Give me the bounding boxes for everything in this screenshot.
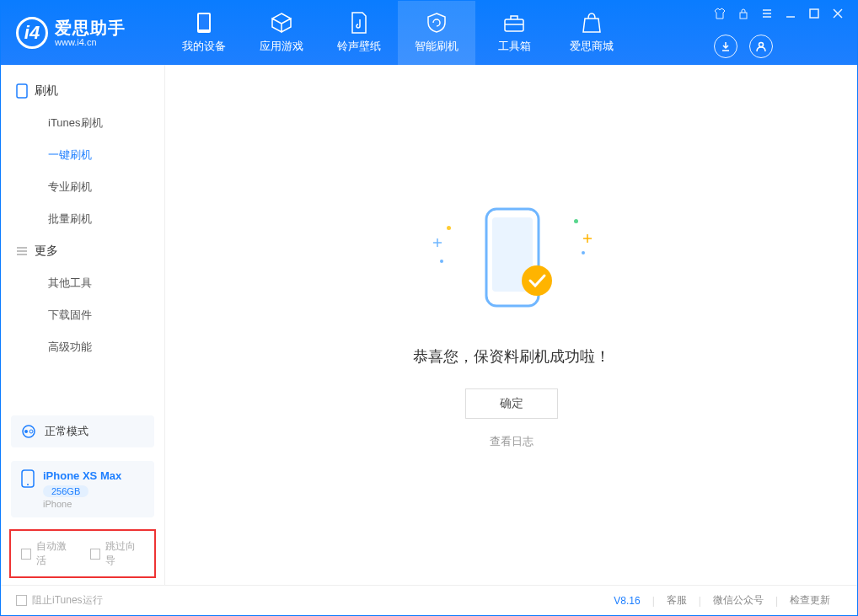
nav-toolbox[interactable]: 工具箱 [475, 1, 553, 65]
svg-rect-4 [740, 13, 747, 19]
device-small-icon [21, 469, 35, 488]
mode-card[interactable]: 正常模式 [11, 415, 154, 447]
checkbox-auto-activate[interactable]: 自动激活 [21, 539, 75, 568]
sidebar-item-pro-flash[interactable]: 专业刷机 [1, 171, 164, 203]
titlebar: i4 爱思助手 www.i4.cn 我的设备 应用游戏 铃声壁纸 智能刷机 [1, 1, 857, 65]
sidebar: 刷机 iTunes刷机 一键刷机 专业刷机 批量刷机 更多 其他工具 下载固件 … [1, 65, 165, 585]
success-message: 恭喜您，保资料刷机成功啦！ [413, 346, 610, 367]
view-log-link[interactable]: 查看日志 [490, 434, 534, 449]
highlighted-options: 自动激活 跳过向导 [9, 529, 156, 578]
close-icon[interactable] [832, 8, 844, 19]
success-illustration [457, 201, 566, 321]
titlebar-right [714, 1, 857, 65]
list-icon [16, 245, 28, 257]
nav-ringtone-wallpaper[interactable]: 铃声壁纸 [320, 1, 398, 65]
svg-rect-1 [199, 14, 209, 29]
menu-icon[interactable] [761, 8, 773, 19]
footer-link-support[interactable]: 客服 [655, 593, 699, 608]
body: 刷机 iTunes刷机 一键刷机 专业刷机 批量刷机 更多 其他工具 下载固件 … [1, 65, 857, 585]
footer-link-wechat[interactable]: 微信公众号 [701, 593, 775, 608]
sidebar-item-download-firmware[interactable]: 下载固件 [1, 299, 164, 331]
cube-icon [271, 12, 292, 34]
sidebar-item-other-tools[interactable]: 其他工具 [1, 267, 164, 299]
sparkle-icon [574, 219, 578, 223]
device-type: iPhone [43, 499, 121, 509]
app-title: 爱思助手 [55, 19, 126, 37]
logo-icon: i4 [16, 17, 48, 49]
logo-area: i4 爱思助手 www.i4.cn [1, 17, 165, 49]
footer-link-update[interactable]: 检查更新 [778, 593, 842, 608]
sparkle-icon [440, 260, 443, 263]
app-subtitle: www.i4.cn [55, 37, 126, 47]
nav-smart-flash[interactable]: 智能刷机 [398, 1, 475, 65]
download-button[interactable] [714, 35, 737, 58]
version-label: V8.16 [614, 595, 640, 607]
nav-apps-games[interactable]: 应用游戏 [243, 1, 320, 65]
sidebar-item-oneclick-flash[interactable]: 一键刷机 [1, 139, 164, 171]
bag-icon [581, 12, 603, 34]
checkbox-skip-guide[interactable]: 跳过向导 [90, 539, 144, 568]
checkbox-icon [16, 595, 27, 606]
svg-rect-13 [17, 84, 27, 98]
sparkle-icon [447, 226, 451, 230]
mode-icon [21, 424, 36, 439]
sidebar-group-flash[interactable]: 刷机 [1, 75, 164, 107]
mode-label: 正常模式 [45, 424, 88, 439]
toolbox-icon [503, 12, 525, 34]
svg-point-24 [522, 265, 552, 296]
svg-rect-2 [505, 19, 523, 31]
sidebar-item-batch-flash[interactable]: 批量刷机 [1, 203, 164, 235]
maximize-icon[interactable] [808, 8, 820, 19]
svg-point-18 [24, 430, 28, 433]
sidebar-group-more[interactable]: 更多 [1, 235, 164, 267]
svg-point-12 [759, 43, 764, 47]
app-window: i4 爱思助手 www.i4.cn 我的设备 应用游戏 铃声壁纸 智能刷机 [0, 0, 858, 616]
shirt-icon[interactable] [714, 8, 726, 19]
checkbox-icon [90, 549, 100, 560]
checkbox-block-itunes[interactable]: 阻止iTunes运行 [16, 593, 103, 608]
user-button[interactable] [749, 35, 773, 58]
refresh-shield-icon [426, 12, 448, 34]
music-file-icon [348, 12, 370, 34]
top-nav: 我的设备 应用游戏 铃声壁纸 智能刷机 工具箱 爱思商城 [165, 1, 714, 65]
svg-point-21 [27, 484, 29, 485]
nav-store[interactable]: 爱思商城 [553, 1, 630, 65]
device-name: iPhone XS Max [43, 469, 121, 482]
ok-button[interactable]: 确定 [465, 388, 558, 419]
device-icon [16, 83, 28, 99]
checkbox-icon [21, 549, 31, 560]
sidebar-item-advanced[interactable]: 高级功能 [1, 331, 164, 363]
device-capacity: 256GB [43, 485, 88, 497]
svg-point-19 [29, 430, 33, 433]
sparkle-icon [433, 238, 442, 247]
footer: 阻止iTunes运行 V8.16 | 客服 | 微信公众号 | 检查更新 [1, 585, 857, 615]
svg-rect-9 [810, 9, 818, 18]
phone-icon [193, 12, 215, 34]
main-content: 恭喜您，保资料刷机成功啦！ 确定 查看日志 [165, 65, 857, 585]
lock-icon[interactable] [737, 8, 749, 19]
sparkle-icon [583, 234, 592, 243]
sidebar-item-itunes-flash[interactable]: iTunes刷机 [1, 107, 164, 139]
minimize-icon[interactable] [785, 8, 796, 19]
sparkle-icon [582, 251, 585, 254]
nav-my-device[interactable]: 我的设备 [165, 1, 243, 65]
device-card[interactable]: iPhone XS Max 256GB iPhone [11, 461, 154, 517]
